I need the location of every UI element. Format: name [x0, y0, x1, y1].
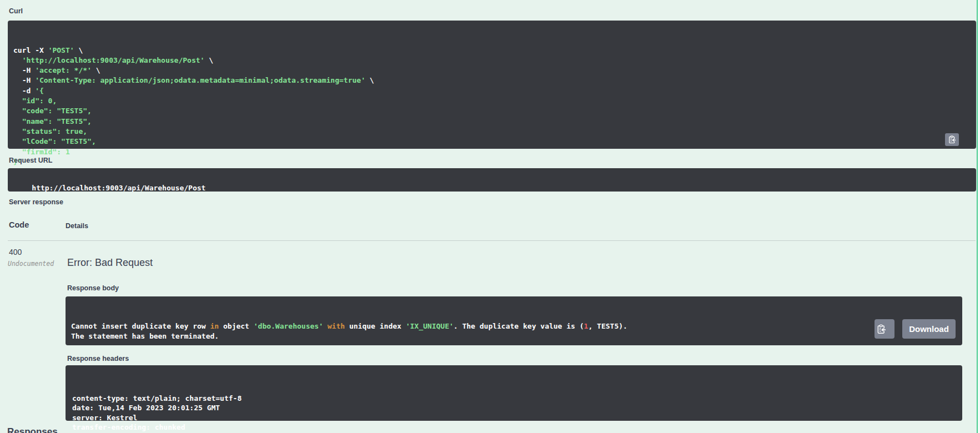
- response-body-text: Cannot insert duplicate key row in objec…: [71, 321, 957, 341]
- curl-copy-button[interactable]: [945, 133, 959, 146]
- request-url-label: Request URL: [9, 157, 52, 164]
- swagger-post-operation-panel: Curl curl -X 'POST' \ 'http://localhost:…: [0, 0, 980, 433]
- response-body-block: Cannot insert duplicate key row in objec…: [66, 296, 962, 345]
- response-status-code: 400: [9, 248, 22, 256]
- response-error-description: Error: Bad Request: [67, 257, 153, 269]
- curl-code-block: curl -X 'POST' \ 'http://localhost:9003/…: [8, 21, 976, 149]
- response-headers-block: content-type: text/plain; charset=utf-8d…: [66, 365, 962, 421]
- response-table-divider: [8, 240, 976, 241]
- curl-section-label: Curl: [9, 7, 23, 15]
- response-body-label: Response body: [67, 284, 119, 292]
- clipboard-copy-icon: [948, 135, 956, 144]
- request-url-value: http://localhost:9003/api/Warehouse/Post: [32, 184, 205, 192]
- response-body-copy-button[interactable]: [875, 319, 894, 339]
- request-url-block: http://localhost:9003/api/Warehouse/Post: [8, 168, 976, 192]
- page-right-strip: [978, 0, 980, 433]
- response-table-details-header: Details: [66, 222, 88, 230]
- server-response-label: Server response: [9, 198, 63, 206]
- response-undocumented-label: Undocumented: [8, 260, 54, 268]
- clipboard-copy-icon: [876, 308, 893, 351]
- responses-section-heading: Responses: [7, 426, 58, 433]
- download-button[interactable]: Download: [902, 319, 956, 339]
- response-headers-label: Response headers: [67, 355, 129, 362]
- response-table-code-header: Code: [9, 220, 29, 229]
